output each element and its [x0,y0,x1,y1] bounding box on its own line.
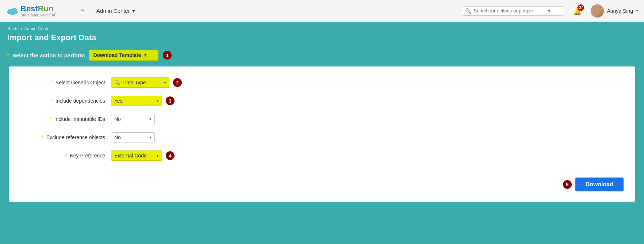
admin-center-button[interactable]: Admin Center ▾ [93,6,138,16]
generic-object-chevron-icon: ▾ [164,80,166,85]
home-button[interactable]: ⌂ [77,5,88,16]
exclude-reference-label: * Exclude reference objects [23,134,111,140]
include-dependencies-label: * Include dependencies [23,98,111,104]
notification-bell[interactable]: 🔔 37 [570,5,585,17]
search-dropdown-button[interactable]: ▾ [547,8,552,14]
download-area: 5 Download [563,178,624,191]
form-row-include-immutable: * Include Immutable IDs No ▾ [23,114,621,124]
logo-tagline: But simple with SAP [20,13,57,17]
admin-center-chevron-icon: ▾ [132,8,135,14]
search-dropdown-chevron-icon: ▾ [548,8,551,14]
user-chevron-icon: ▾ [636,8,638,13]
include-dependencies-dropdown[interactable]: Yes ▾ [111,96,162,106]
logo-text-area: BestRun But simple with SAP [20,4,57,17]
action-row: * Select the action to perform Download … [7,50,637,61]
search-bar: 🔍 ▾ [462,6,564,16]
avatar-image [591,4,604,18]
step-badge-2: 2 [173,78,182,87]
key-preference-chevron-icon: ▾ [157,153,159,158]
step-badge-5: 5 [563,180,572,189]
form-row-key-preference: * Key Preference External Code ▾ 4 [23,150,621,161]
include-immutable-value: No [114,116,121,122]
search-icon: 🔍 [465,8,471,14]
logo-cloud-icon [6,6,19,16]
exclude-reference-dropdown[interactable]: No ▾ [111,132,155,142]
form-row-generic-object: * Select Generic Object 🔍 Time Type ▾ 2 [23,77,621,88]
action-dropdown-chevron-icon: ▾ [144,53,146,58]
form-card: * Select Generic Object 🔍 Time Type ▾ 2 … [9,66,635,202]
logo-area: BestRun But simple with SAP [6,4,72,17]
required-star-action: * [7,52,9,58]
home-icon: ⌂ [80,7,85,15]
generic-object-label: * Select Generic Object [23,80,111,85]
key-preference-label: * Key Preference [23,153,111,159]
step-badge-3: 3 [166,96,175,105]
key-preference-dropdown[interactable]: External Code ▾ [111,150,162,161]
action-label: * Select the action to perform [7,52,85,58]
header: BestRun But simple with SAP ⌂ Admin Cent… [0,0,644,22]
exclude-reference-value: No [114,134,121,140]
step-badge-4: 4 [166,151,175,160]
action-dropdown[interactable]: Download Template ▾ [89,50,158,61]
form-row-include-dependencies: * Include dependencies Yes ▾ 3 [23,96,621,106]
logo-run: Run [38,4,54,13]
exclude-reference-chevron-icon: ▾ [149,135,152,140]
key-preference-value: External Code [114,153,147,159]
action-dropdown-value: Download Template [93,52,141,58]
generic-object-search-icon: 🔍 [114,80,120,85]
search-input[interactable] [474,8,547,14]
step-badge-1: 1 [163,51,172,60]
include-immutable-chevron-icon: ▾ [149,117,152,122]
form-row-exclude-reference: * Exclude reference objects No ▾ [23,132,621,142]
include-dependencies-chevron-icon: ▾ [157,99,159,103]
include-immutable-label: * Include Immutable IDs [23,116,111,122]
page-title: Import and Export Data [7,33,637,42]
notification-badge: 37 [578,4,584,11]
user-profile[interactable]: Aanya Sing ▾ [591,4,638,18]
generic-object-value: Time Type [122,80,146,85]
main-content: Back to: Admin Center Import and Export … [0,22,644,244]
include-dependencies-value: Yes [114,98,123,104]
user-name: Aanya Sing [607,8,633,14]
download-button[interactable]: Download [575,178,624,191]
generic-object-dropdown[interactable]: 🔍 Time Type ▾ [111,77,169,88]
svg-point-5 [11,8,17,12]
include-immutable-dropdown[interactable]: No ▾ [111,114,155,124]
admin-center-label: Admin Center [96,8,130,14]
breadcrumb: Back to: Admin Center [7,26,637,31]
avatar [591,4,604,18]
logo-best: Best [20,4,38,13]
